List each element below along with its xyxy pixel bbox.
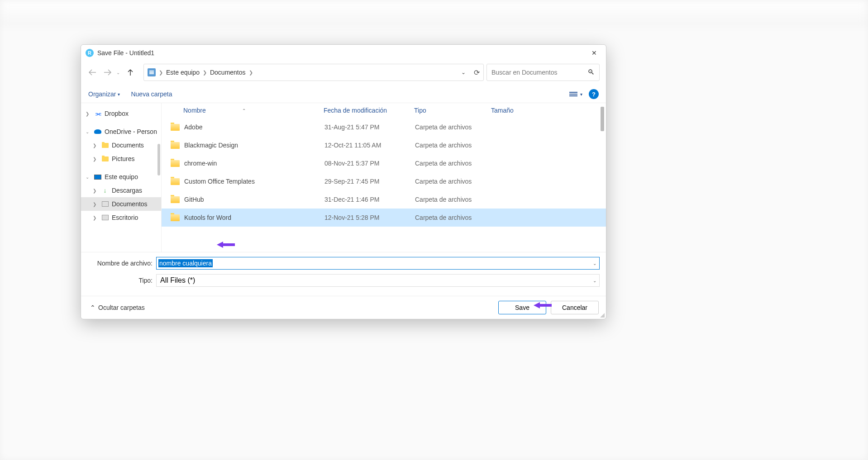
filetype-select[interactable]: All Files (*) ⌄ [156, 274, 600, 287]
content-area: ❯⫘ Dropbox ⌄ OneDrive - Person ❯ Documen… [81, 103, 606, 252]
file-type: Carpeta de archivos [415, 160, 492, 167]
column-modified[interactable]: Fecha de modificación [324, 107, 414, 114]
file-row[interactable]: GitHub 31-Dec-21 1:46 PM Carpeta de arch… [162, 190, 606, 209]
search-icon[interactable]: 🔍︎ [587, 68, 595, 76]
window-title: Save File - Untitled1 [97, 49, 585, 57]
download-icon: ↓ [101, 186, 109, 194]
breadcrumb: Este equipo ❯ Documentos ❯ [166, 69, 459, 76]
file-row[interactable]: chrome-win 08-Nov-21 5:37 PM Carpeta de … [162, 154, 606, 172]
file-list: Nombre⌃ Fecha de modificación Tipo Tamañ… [162, 103, 606, 252]
folder-icon [171, 142, 180, 149]
column-name[interactable]: Nombre⌃ [162, 107, 324, 114]
chevron-right-icon: ❯ [248, 70, 254, 76]
dialog-footer: ⌃ Ocultar carpetas Save Cancelar [81, 296, 606, 319]
help-icon[interactable]: ? [589, 89, 599, 99]
filetype-label: Tipo: [87, 277, 156, 284]
filename-value: nombre cualquiera [158, 259, 213, 267]
filename-label: Nombre de archivo: [87, 260, 156, 267]
folder-icon [171, 160, 180, 167]
column-headers: Nombre⌃ Fecha de modificación Tipo Tamañ… [162, 103, 606, 118]
disk-icon [101, 200, 109, 208]
file-date: 29-Sep-21 7:45 PM [324, 178, 415, 185]
tree-label: Documentos [112, 200, 148, 208]
file-row[interactable]: Blackmagic Design 12-Oct-21 11:05 AM Car… [162, 136, 606, 154]
nav-buttons: ⌄ [87, 67, 135, 77]
new-folder-button[interactable]: Nueva carpeta [131, 90, 172, 98]
navigation-row: ⌄ ❯ Este equipo ❯ Documentos ❯ ⌄ ⟳ 🔍︎ [81, 61, 606, 85]
recent-dropdown[interactable]: ⌄ [116, 70, 120, 75]
tree-item-dropbox[interactable]: ❯⫘ Dropbox [81, 107, 161, 120]
tree-item-documents[interactable]: ❯ Documents [81, 138, 161, 152]
save-button[interactable]: Save [498, 301, 546, 314]
chevron-down-icon[interactable]: ⌄ [593, 261, 596, 266]
folder-icon [171, 214, 180, 221]
file-date: 12-Nov-21 5:28 PM [324, 214, 415, 221]
list-view-icon [569, 92, 577, 96]
up-button[interactable] [125, 67, 135, 77]
filelist-scrollbar[interactable] [601, 107, 604, 131]
chevron-down-icon[interactable]: ⌄ [461, 69, 466, 76]
tree-item-desktop[interactable]: ❯ Escritorio [81, 211, 161, 224]
close-button[interactable]: ✕ [585, 46, 603, 60]
filename-section: Nombre de archivo: nombre cualquiera ⌄ T… [81, 252, 606, 296]
filename-input[interactable]: nombre cualquiera ⌄ [156, 257, 600, 270]
search-box[interactable]: 🔍︎ [486, 64, 600, 81]
tree-item-onedrive[interactable]: ⌄ OneDrive - Person [81, 125, 161, 138]
file-date: 08-Nov-21 5:37 PM [324, 160, 415, 167]
tree-label: OneDrive - Person [105, 128, 157, 135]
breadcrumb-item[interactable]: Este equipo [166, 69, 200, 76]
file-row[interactable]: Custom Office Templates 29-Sep-21 7:45 P… [162, 172, 606, 190]
folder-icon [171, 196, 180, 203]
tree-label: Este equipo [105, 173, 138, 180]
tree-label: Documents [112, 142, 144, 149]
file-name: Kutools for Word [184, 214, 324, 221]
onedrive-icon [94, 128, 102, 136]
file-name: chrome-win [184, 160, 324, 167]
cancel-button[interactable]: Cancelar [551, 301, 599, 314]
folder-tree[interactable]: ❯⫘ Dropbox ⌄ OneDrive - Person ❯ Documen… [81, 103, 162, 252]
file-row[interactable]: Adobe 31-Aug-21 5:47 PM Carpeta de archi… [162, 118, 606, 136]
file-row[interactable]: Kutools for Word 12-Nov-21 5:28 PM Carpe… [162, 209, 606, 227]
column-type[interactable]: Tipo [414, 107, 491, 114]
breadcrumb-item[interactable]: Documentos [210, 69, 246, 76]
folder-icon [101, 155, 109, 163]
filetype-value: All Files (*) [160, 276, 195, 285]
view-options[interactable]: ▾ [569, 92, 582, 97]
search-input[interactable] [491, 69, 584, 76]
folder-icon [101, 141, 109, 149]
refresh-button[interactable]: ⟳ [474, 68, 480, 77]
organize-menu[interactable]: Organizar ▾ [88, 90, 120, 98]
back-button[interactable] [87, 67, 97, 77]
tree-item-pictures[interactable]: ❯ Pictures [81, 152, 161, 166]
file-date: 31-Aug-21 5:47 PM [324, 123, 415, 131]
tree-item-documentos[interactable]: ❯ Documentos [81, 197, 161, 211]
folder-icon [171, 124, 180, 131]
resize-grip[interactable] [599, 312, 605, 318]
column-size[interactable]: Tamaño [491, 107, 536, 114]
folder-icon [171, 178, 180, 185]
tree-item-downloads[interactable]: ❯↓ Descargas [81, 184, 161, 197]
file-name: Blackmagic Design [184, 142, 324, 149]
save-file-dialog: R Save File - Untitled1 ✕ ⌄ ❯ Este equip… [81, 44, 606, 319]
forward-button[interactable] [103, 67, 113, 77]
file-type: Carpeta de archivos [415, 142, 492, 149]
toolbar: Organizar ▾ Nueva carpeta ▾ ? [81, 85, 606, 103]
chevron-up-icon: ⌃ [90, 304, 95, 311]
location-icon [148, 68, 156, 76]
app-icon: R [86, 49, 94, 57]
chevron-right-icon: ❯ [157, 70, 164, 76]
disk-icon [101, 213, 109, 222]
chevron-down-icon[interactable]: ⌄ [593, 278, 596, 283]
tree-label: Descargas [112, 187, 142, 194]
file-date: 31-Dec-21 1:46 PM [324, 196, 415, 203]
file-date: 12-Oct-21 11:05 AM [324, 142, 415, 149]
address-bar[interactable]: ❯ Este equipo ❯ Documentos ❯ ⌄ ⟳ [143, 64, 484, 81]
file-type: Carpeta de archivos [415, 178, 492, 185]
file-type: Carpeta de archivos [415, 196, 492, 203]
hide-folders-toggle[interactable]: ⌃ Ocultar carpetas [90, 304, 145, 311]
file-type: Carpeta de archivos [415, 214, 492, 221]
tree-label: Escritorio [112, 214, 138, 221]
sidebar-scrollbar[interactable] [157, 144, 160, 175]
tree-label: Pictures [112, 155, 135, 162]
tree-item-thispc[interactable]: ⌄ Este equipo [81, 170, 161, 184]
